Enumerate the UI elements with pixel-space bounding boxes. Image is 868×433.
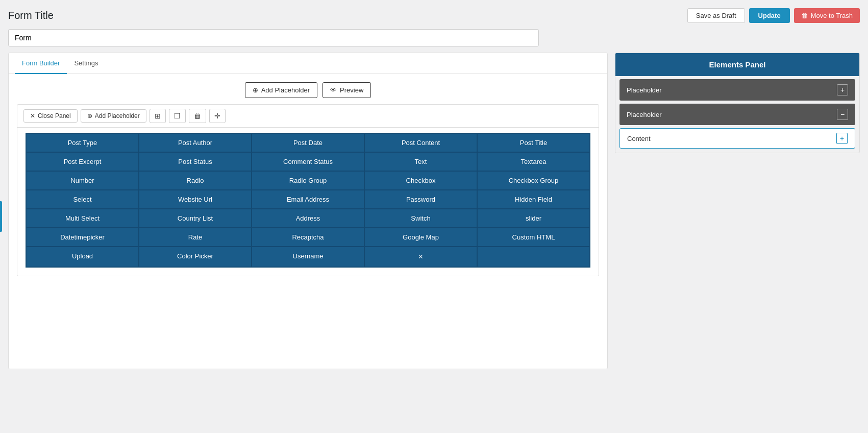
title-actions-row: Form Title Save as Draft Update 🗑 Move t… [8, 8, 860, 23]
update-button[interactable]: Update [749, 8, 790, 23]
fields-grid: Post TypePost AuthorPost DatePost Conten… [26, 133, 590, 268]
field-cell[interactable]: Multi Select [26, 209, 139, 228]
placeholder-item[interactable]: Placeholder− [619, 104, 855, 125]
content-add-btn[interactable]: + [836, 133, 848, 144]
field-cell[interactable]: Email Address [252, 190, 364, 209]
field-cell[interactable]: Comment Status [252, 152, 364, 171]
page-title: Form Title [8, 10, 54, 21]
fields-grid-wrapper: Post TypePost AuthorPost DatePost Conten… [17, 128, 599, 276]
field-cell[interactable]: Post Title [477, 133, 590, 152]
form-builder-panel: Form Builder Settings ⊕ Add Placeholder … [8, 53, 608, 369]
field-cell[interactable]: Google Map [364, 228, 477, 247]
tabs-row: Form Builder Settings [9, 53, 607, 74]
add-placeholder-button-sm[interactable]: ⊕ Add Placeholder [81, 109, 146, 123]
header-actions: Save as Draft Update 🗑 Move to Trash [687, 8, 860, 23]
field-cell[interactable]: Username [252, 247, 364, 267]
placeholder-label: Placeholder [627, 111, 662, 118]
field-cell[interactable]: Post Status [139, 152, 252, 171]
field-cell[interactable]: Textarea [477, 152, 590, 171]
trash-icon: 🗑 [801, 12, 808, 19]
field-cell[interactable]: Post Excerpt [26, 152, 139, 171]
placeholder-remove-btn[interactable]: − [837, 109, 848, 120]
field-cell[interactable]: Text [364, 152, 477, 171]
left-accent-bar [0, 201, 2, 232]
move-icon: ✛ [214, 112, 220, 120]
field-cell[interactable]: Checkbox [364, 171, 477, 190]
field-cell[interactable]: Country List [139, 209, 252, 228]
page-wrapper: Form Title Save as Draft Update 🗑 Move t… [0, 0, 868, 433]
field-cell[interactable]: Select [26, 190, 139, 209]
elements-panel: Elements Panel Placeholder+Placeholder−C… [615, 53, 860, 153]
add-placeholder-button-top[interactable]: ⊕ Add Placeholder [245, 82, 317, 98]
form-name-input[interactable] [8, 29, 539, 46]
placeholder-list: Placeholder+Placeholder−Content+ [615, 79, 859, 149]
field-cell[interactable]: Color Picker [139, 247, 252, 267]
field-cell[interactable]: Switch [364, 209, 477, 228]
duplicate-button[interactable]: ❐ [169, 109, 186, 123]
field-cell[interactable]: Recaptcha [252, 228, 364, 247]
field-cell[interactable]: Checkbox Group [477, 171, 590, 190]
placeholder-add-btn[interactable]: + [837, 84, 848, 95]
content-item[interactable]: Content+ [619, 128, 855, 149]
elements-panel-header: Elements Panel [615, 53, 859, 76]
eye-icon: 👁 [330, 86, 337, 94]
field-cell[interactable]: × [364, 247, 477, 267]
field-cell[interactable]: Custom HTML [477, 228, 590, 247]
delete-icon: 🗑 [194, 112, 201, 120]
tab-form-builder[interactable]: Form Builder [15, 53, 67, 74]
move-button[interactable]: ✛ [209, 109, 226, 123]
plus-circle-icon: ⊕ [253, 86, 258, 94]
panel-toolbar: ✕ Close Panel ⊕ Add Placeholder ⊞ ❐ [17, 105, 599, 128]
placeholder-label: Placeholder [627, 86, 662, 94]
add-placeholder-label: Add Placeholder [261, 86, 310, 94]
field-cell[interactable]: Number [26, 171, 139, 190]
close-panel-label: Close Panel [38, 112, 71, 119]
field-cell[interactable] [477, 247, 590, 267]
field-cell[interactable]: Post Content [364, 133, 477, 152]
close-panel-button[interactable]: ✕ Close Panel [23, 109, 78, 123]
field-cell[interactable]: Rate [139, 228, 252, 247]
move-to-trash-button[interactable]: 🗑 Move to Trash [794, 8, 860, 23]
trash-label: Move to Trash [811, 12, 853, 19]
preview-button[interactable]: 👁 Preview [323, 82, 371, 98]
field-cell[interactable]: Datetimepicker [26, 228, 139, 247]
panel-editor: ✕ Close Panel ⊕ Add Placeholder ⊞ ❐ [17, 104, 599, 276]
placeholder-item[interactable]: Placeholder+ [619, 79, 855, 101]
content-label: Content [627, 135, 651, 142]
tab-settings[interactable]: Settings [67, 53, 105, 74]
delete-field-button[interactable]: 🗑 [189, 109, 206, 123]
field-cell[interactable]: Website Url [139, 190, 252, 209]
main-area: Form Builder Settings ⊕ Add Placeholder … [8, 53, 860, 369]
preview-label: Preview [340, 86, 363, 94]
save-draft-button[interactable]: Save as Draft [687, 8, 745, 23]
add-placeholder-sm-label: Add Placeholder [95, 112, 140, 119]
field-cell[interactable]: Post Author [139, 133, 252, 152]
plus-circle-icon-sm: ⊕ [87, 112, 92, 119]
duplicate-icon: ❐ [174, 112, 181, 120]
form-builder-content: ⊕ Add Placeholder 👁 Preview ✕ Close Pa [9, 74, 607, 284]
copy-button[interactable]: ⊞ [150, 109, 166, 123]
top-actions: ⊕ Add Placeholder 👁 Preview [245, 82, 371, 98]
field-cell[interactable]: Upload [26, 247, 139, 267]
field-cell[interactable]: Radio [139, 171, 252, 190]
copy-icon: ⊞ [155, 112, 161, 120]
field-cell[interactable]: Post Date [252, 133, 364, 152]
field-cell[interactable]: Hidden Field [477, 190, 590, 209]
x-icon: ✕ [30, 112, 35, 119]
field-cell[interactable]: Address [252, 209, 364, 228]
field-cell[interactable]: Radio Group [252, 171, 364, 190]
field-cell[interactable]: Password [364, 190, 477, 209]
field-cell[interactable]: Post Type [26, 133, 139, 152]
field-cell[interactable]: slider [477, 209, 590, 228]
